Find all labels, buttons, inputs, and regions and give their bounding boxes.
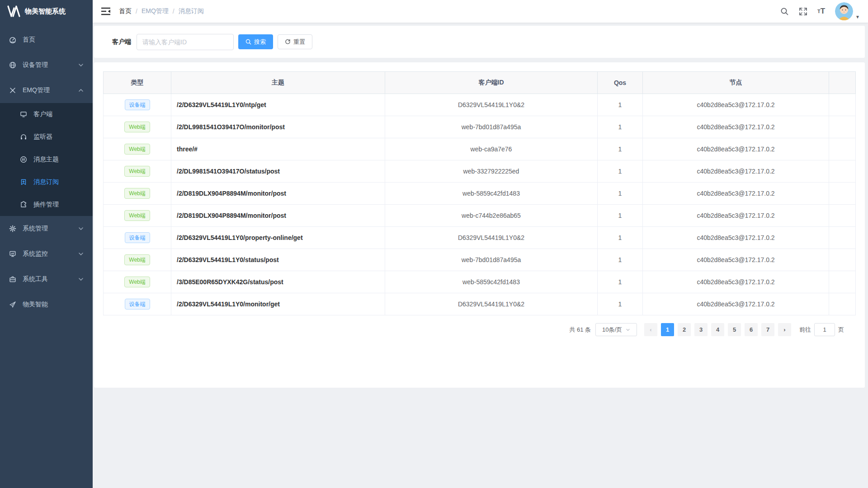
sidebar: 物美智能系统 首页 设备管理 [0, 0, 93, 488]
header-topic: 主题 [171, 72, 385, 94]
page-button-5[interactable]: 5 [728, 323, 741, 336]
sidebar-item-system-tools[interactable]: 系统工具 [0, 267, 93, 292]
pagination-total: 共 61 条 [569, 326, 591, 334]
user-menu[interactable]: ▼ [835, 2, 860, 20]
qos-cell: 1 [598, 138, 643, 160]
reset-button[interactable]: 重置 [278, 34, 312, 49]
sidebar-menu: 首页 设备管理 EMQ管理 [0, 23, 93, 488]
type-badge: Web端 [124, 144, 150, 155]
table-row: Web端 three/# web-ca9a7e76 1 c40b2d8ea5c3… [104, 138, 856, 160]
chevron-down-icon [77, 61, 85, 69]
goto-unit-label: 页 [838, 326, 844, 334]
logo-row[interactable]: 物美智能系统 [0, 0, 93, 23]
header-node: 节点 [643, 72, 829, 94]
sidebar-item-topics[interactable]: 消息主题 [0, 148, 93, 171]
type-badge: Web端 [124, 277, 150, 287]
type-badge: Web端 [124, 166, 150, 177]
table-row: 设备端 /2/D6329VL54419L1Y0/monitor/get D632… [104, 293, 856, 315]
header-client-id: 客户端ID [385, 72, 598, 94]
app-title: 物美智能系统 [25, 7, 66, 16]
sidebar-item-label: 物美智能 [23, 300, 48, 309]
client-id-cell: web-3327922225ed [385, 160, 598, 183]
table-header-row: 类型 主题 客户端ID Qos 节点 [104, 72, 856, 94]
header-qos: Qos [598, 72, 643, 94]
search-button-label: 搜索 [254, 38, 266, 46]
table-row: Web端 /2/D819DLX904P8894M/monitor/post we… [104, 205, 856, 227]
page-button-3[interactable]: 3 [694, 323, 708, 336]
sidebar-item-label: 系统管理 [23, 225, 48, 233]
type-badge: 设备端 [125, 99, 150, 110]
client-id-cell: web-5859c42fd1483 [385, 183, 598, 205]
breadcrumb-home[interactable]: 首页 [119, 7, 132, 15]
filter-card: 客户端 搜索 重置 [94, 26, 865, 58]
breadcrumb-current: 消息订阅 [179, 7, 204, 15]
dashboard-icon [9, 36, 16, 43]
sidebar-item-listeners[interactable]: 监听器 [0, 126, 93, 148]
listener-icon [20, 133, 27, 141]
next-page-button[interactable]: › [778, 323, 791, 336]
sidebar-item-home[interactable]: 首页 [0, 27, 93, 52]
type-badge: Web端 [124, 254, 150, 265]
search-button[interactable]: 搜索 [238, 34, 273, 49]
page-button-6[interactable]: 6 [745, 323, 758, 336]
sidebar-item-wumei[interactable]: 物美智能 [0, 292, 93, 317]
page-size-select[interactable]: 10条/页 [595, 323, 637, 336]
header-gutter [829, 72, 856, 94]
sidebar-item-emq[interactable]: EMQ管理 [0, 78, 93, 103]
search-icon[interactable] [780, 7, 789, 16]
fullscreen-icon[interactable] [799, 7, 807, 16]
sidebar-item-clients[interactable]: 客户端 [0, 103, 93, 126]
subscriptions-table: 类型 主题 客户端ID Qos 节点 设备端 /2/D6329VL54419L1… [103, 71, 856, 315]
table-card: 类型 主题 客户端ID Qos 节点 设备端 /2/D6329VL54419L1… [94, 62, 865, 388]
type-badge: 设备端 [125, 232, 150, 243]
sidebar-item-system-monitor[interactable]: 系统监控 [0, 241, 93, 267]
goto-label: 前往 [799, 326, 811, 334]
sidebar-item-plugins[interactable]: 插件管理 [0, 193, 93, 216]
sidebar-item-subscriptions[interactable]: 消息订阅 [0, 171, 93, 193]
sidebar-item-system-admin[interactable]: 系统管理 [0, 216, 93, 241]
gutter-cell [829, 293, 856, 315]
sidebar-item-label: 消息订阅 [33, 178, 59, 186]
node-cell: c40b2d8ea5c3@172.17.0.2 [643, 160, 829, 183]
topic-cell: /2/D6329VL54419L1Y0/status/post [171, 249, 385, 271]
avatar[interactable] [835, 2, 853, 20]
table-row: Web端 /2/D819DLX904P8894M/monitor/post we… [104, 183, 856, 205]
gutter-cell [829, 116, 856, 138]
node-cell: c40b2d8ea5c3@172.17.0.2 [643, 138, 829, 160]
page-button-7[interactable]: 7 [761, 323, 774, 336]
monitor-chart-icon [9, 250, 16, 258]
topic-cell: /2/DL9981541O39417O/monitor/post [171, 116, 385, 138]
chevron-down-icon [77, 225, 85, 232]
page-button-1[interactable]: 1 [661, 323, 674, 336]
node-cell: c40b2d8ea5c3@172.17.0.2 [643, 271, 829, 293]
page-button-2[interactable]: 2 [678, 323, 691, 336]
pagination: 共 61 条 10条/页 ‹ 1 2 3 4 5 6 7 › 前往 [103, 323, 856, 336]
topic-cell: /2/D6329VL54419L1Y0/property-online/get [171, 227, 385, 249]
prev-page-button[interactable]: ‹ [644, 323, 657, 336]
main-area: 首页 / EMQ管理 / 消息订阅 TT [93, 0, 868, 488]
sidebar-collapse-icon[interactable] [101, 7, 111, 15]
font-size-icon[interactable]: TT [817, 7, 825, 16]
sidebar-item-label: 系统监控 [23, 250, 48, 258]
chevron-down-icon [77, 276, 85, 283]
client-id-input[interactable] [137, 34, 234, 50]
sidebar-item-label: 插件管理 [33, 201, 59, 209]
page-button-4[interactable]: 4 [711, 323, 724, 336]
page-content: 客户端 搜索 重置 [93, 23, 868, 488]
table-row: Web端 /3/D85E00R65DYXK42G/status/post web… [104, 271, 856, 293]
topic-icon [20, 156, 27, 163]
breadcrumb-emq[interactable]: EMQ管理 [142, 7, 169, 15]
node-cell: c40b2d8ea5c3@172.17.0.2 [643, 205, 829, 227]
gutter-cell [829, 227, 856, 249]
type-badge: Web端 [124, 210, 150, 221]
sidebar-item-label: 设备管理 [23, 61, 48, 69]
goto-page-input[interactable] [814, 323, 835, 336]
subscribe-icon [20, 178, 27, 186]
refresh-icon [285, 39, 291, 45]
sidebar-item-label: 监听器 [33, 133, 52, 141]
client-id-cell: D6329VL54419L1Y0&2 [385, 227, 598, 249]
sidebar-item-devices[interactable]: 设备管理 [0, 52, 93, 78]
plugin-icon [20, 201, 27, 208]
navbar-actions: TT ▼ [780, 2, 860, 20]
chevron-down-icon [77, 250, 85, 258]
